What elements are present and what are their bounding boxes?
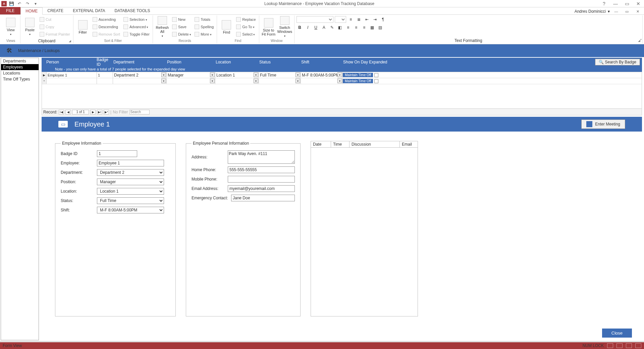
badge-id-field[interactable]	[97, 150, 137, 157]
nav-new-icon[interactable]: ▶*	[104, 110, 109, 114]
shift-select[interactable]: M-F 8:00AM-5:00PM	[97, 207, 164, 213]
close-button[interactable]: Close	[602, 329, 632, 338]
filter-button[interactable]: Filter	[75, 16, 90, 38]
qat-undo-icon[interactable]: ↶	[16, 1, 23, 7]
descending-button[interactable]: Descending	[92, 23, 121, 30]
totals-button[interactable]: Totals	[194, 16, 215, 23]
highlight-icon[interactable]: ✎	[329, 24, 335, 31]
dropdown-icon[interactable]: ▾	[161, 72, 166, 77]
italic-icon[interactable]: I	[305, 24, 311, 31]
toggle-filter-button[interactable]: Toggle Filter	[122, 31, 151, 38]
location-select[interactable]: Location 1	[97, 188, 164, 195]
view-button[interactable]: View▾	[3, 16, 18, 38]
status-select[interactable]: Full Time	[97, 197, 164, 204]
tab-home[interactable]: HOME	[20, 7, 43, 15]
design-view-icon[interactable]	[635, 343, 641, 348]
dropdown-icon[interactable]: ▾	[337, 79, 342, 83]
goto-button[interactable]: Go To	[235, 23, 257, 30]
increase-indent-icon[interactable]: ⇥	[372, 16, 378, 23]
new-button[interactable]: New	[171, 16, 192, 23]
decrease-indent-icon[interactable]: ⇤	[364, 16, 370, 23]
user-menu-caret-icon[interactable]: ▾	[608, 9, 610, 14]
switch-windows-button[interactable]: Switch Windows▾	[277, 16, 292, 38]
dropdown-icon[interactable]: ▾	[210, 79, 215, 83]
cell-status[interactable]: Full Time▾	[259, 72, 301, 78]
more-button[interactable]: More	[194, 31, 215, 38]
save-button[interactable]: Save	[171, 23, 192, 30]
sidebar-item-departments[interactable]: Departments	[1, 58, 39, 64]
nav-first-icon[interactable]: I◀	[59, 110, 64, 114]
fill-color-icon[interactable]: ◧	[337, 24, 343, 31]
help-icon[interactable]: ?	[600, 1, 608, 7]
dropdown-icon[interactable]: ▾	[254, 79, 258, 83]
nav-search-input[interactable]	[129, 110, 150, 114]
doc-restore-icon[interactable]: ▭	[623, 8, 631, 14]
dropdown-icon[interactable]: ▾	[296, 79, 300, 83]
show-expanded-checkbox[interactable]	[374, 79, 378, 83]
dropdown-icon[interactable]: ▾	[337, 72, 342, 77]
doc-close-icon[interactable]: ✕	[633, 8, 642, 14]
emergency-contact-field[interactable]	[231, 195, 295, 201]
refresh-all-button[interactable]: Refresh All▾	[155, 16, 170, 38]
remove-sort-button[interactable]: Remove Sort	[92, 31, 121, 38]
align-left-icon[interactable]: ≡	[345, 24, 352, 31]
nav-prev-icon[interactable]: ◀	[65, 110, 71, 114]
tab-create[interactable]: CREATE	[43, 7, 68, 14]
qat-redo-icon[interactable]: ↷	[24, 1, 31, 7]
ascending-button[interactable]: Ascending	[92, 16, 121, 23]
cell-badge[interactable]: 1	[97, 72, 113, 78]
align-right-icon[interactable]: ≡	[361, 24, 368, 31]
qat-customize-icon[interactable]: ▾	[32, 1, 39, 7]
datasheet-view-icon[interactable]	[616, 343, 623, 348]
advanced-button[interactable]: Advanced	[122, 23, 151, 30]
format-painter-button[interactable]: Format Painter	[39, 31, 71, 38]
minimize-icon[interactable]: —	[611, 1, 620, 7]
email-field[interactable]	[228, 185, 295, 192]
tab-file[interactable]: FILE	[0, 7, 20, 14]
cut-button[interactable]: Cut	[39, 16, 71, 23]
sidebar-item-employees[interactable]: Employees	[1, 64, 39, 70]
sidebar-item-locations[interactable]: Locations	[1, 70, 39, 76]
bold-icon[interactable]: B	[297, 24, 303, 31]
notes-body[interactable]	[311, 148, 418, 205]
department-select[interactable]: Department 2	[97, 169, 164, 176]
numbering-icon[interactable]: ≣	[356, 16, 362, 23]
dropdown-icon[interactable]: ▾	[254, 72, 258, 77]
clipboard-launcher-icon[interactable]: ◢	[69, 39, 71, 43]
sidebar-item-time-off-types[interactable]: Time Off Types	[1, 76, 39, 82]
collapse-ribbon-icon[interactable]: ˄	[640, 39, 642, 43]
home-phone-field[interactable]	[228, 166, 295, 173]
table-row[interactable]: ▶ Employee 1 1 Department 2▾ Manager▾ Lo…	[42, 72, 642, 78]
user-name[interactable]: Andres Dominicci	[575, 9, 606, 14]
font-color-icon[interactable]: A	[321, 24, 327, 31]
spelling-button[interactable]: Spelling	[194, 23, 215, 30]
new-row-icon[interactable]: *	[42, 78, 47, 84]
cell-shift[interactable]: M-F 8:00AM-5:00PM▾	[301, 72, 343, 78]
maintain-time-off-button[interactable]: Maintain Time Off	[343, 73, 373, 77]
dropdown-icon[interactable]: ▾	[296, 72, 300, 77]
cell-position[interactable]: Manager▾	[167, 72, 215, 78]
row-selector-icon[interactable]: ▶	[42, 72, 47, 78]
selection-button[interactable]: Selection	[122, 16, 151, 23]
alt-row-color-icon[interactable]: ▤	[377, 24, 384, 31]
mobile-phone-field[interactable]	[228, 176, 295, 183]
cell-location[interactable]: Location 1▾	[215, 72, 259, 78]
font-size-select[interactable]	[335, 16, 346, 23]
address-field[interactable]: Park Way Aven. #111	[228, 150, 295, 164]
dropdown-icon[interactable]: ▾	[210, 72, 215, 77]
align-center-icon[interactable]: ≡	[353, 24, 360, 31]
table-row-new[interactable]: * ▾ ▾ ▾ ▾ ▾ Maintain Time Off	[42, 78, 642, 84]
find-button[interactable]: Find	[219, 16, 234, 38]
enter-meeting-button[interactable]: Enter Meeting	[581, 119, 625, 129]
doc-minimize-icon[interactable]: —	[612, 8, 621, 14]
qat-save-icon[interactable]: 💾	[8, 1, 15, 7]
underline-icon[interactable]: U	[313, 24, 319, 31]
nav-last-icon[interactable]: ▶I	[97, 110, 102, 114]
cell-person[interactable]: Employee 1	[47, 72, 97, 78]
select-button[interactable]: Select	[235, 31, 257, 38]
tab-database-tools[interactable]: DATABASE TOOLS	[110, 7, 155, 14]
nav-position[interactable]	[72, 110, 89, 114]
restore-icon[interactable]: ▭	[623, 1, 631, 7]
show-expanded-checkbox[interactable]	[374, 73, 378, 77]
cell-department[interactable]: Department 2▾	[113, 72, 167, 78]
